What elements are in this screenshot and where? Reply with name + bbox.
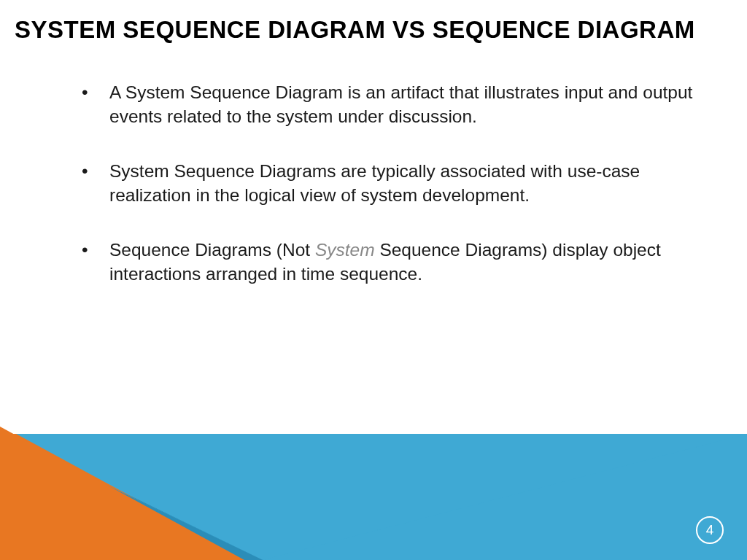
bullet-text: System Sequence Diagrams are typically a… xyxy=(109,159,703,207)
bullet-item: • System Sequence Diagrams are typically… xyxy=(73,159,703,207)
slide: SYSTEM SEQUENCE DIAGRAM VS SEQUENCE DIAG… xyxy=(0,0,747,560)
page-number: 4 xyxy=(706,522,714,538)
bullet-italic: System xyxy=(315,240,375,260)
bullet-item: • A System Sequence Diagram is an artifa… xyxy=(73,80,703,128)
bullet-marker: • xyxy=(73,159,109,207)
page-number-badge: 4 xyxy=(696,516,724,544)
footer-graphics xyxy=(0,425,747,560)
content-area: • A System Sequence Diagram is an artifa… xyxy=(0,44,747,286)
slide-title: SYSTEM SEQUENCE DIAGRAM VS SEQUENCE DIAG… xyxy=(0,0,747,44)
bullet-marker: • xyxy=(73,80,109,128)
bullet-text: A System Sequence Diagram is an artifact… xyxy=(109,80,703,128)
bullet-prefix: Sequence Diagrams (Not xyxy=(109,240,315,260)
bullet-item: • Sequence Diagrams (Not System Sequence… xyxy=(73,238,703,286)
bullet-text: Sequence Diagrams (Not System Sequence D… xyxy=(109,238,703,286)
bullet-marker: • xyxy=(73,238,109,286)
